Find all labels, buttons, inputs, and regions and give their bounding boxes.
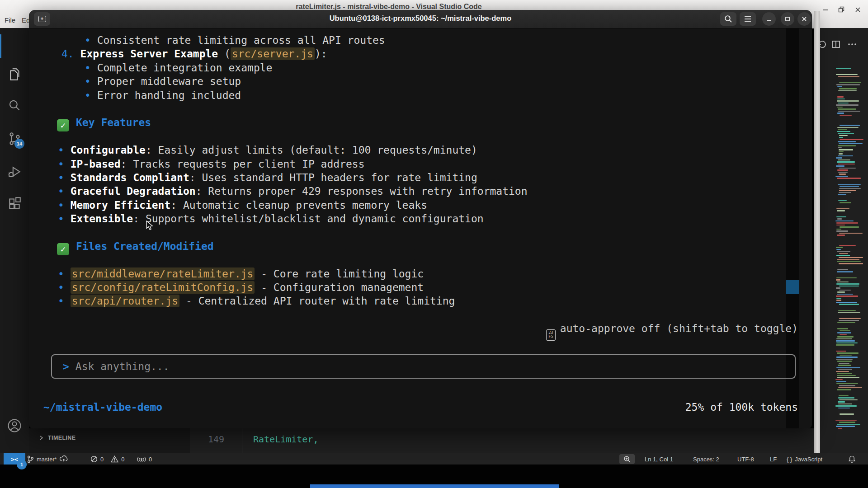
minimap-line bbox=[837, 178, 861, 179]
minimap-line bbox=[837, 424, 860, 425]
minimap-line bbox=[839, 190, 856, 191]
auto-approve-status: auto-approve off (shift+tab to toggle) bbox=[560, 323, 798, 334]
minimap-line bbox=[837, 161, 855, 163]
ask-input-placeholder: Ask anything... bbox=[75, 361, 170, 372]
minimap-line bbox=[838, 90, 857, 92]
text-segment: : Supports whitelist/blacklist and dynam… bbox=[133, 213, 483, 225]
text-segment: Graceful Degradation bbox=[71, 185, 196, 197]
menu-file[interactable]: File bbox=[5, 16, 15, 24]
minimap-line bbox=[839, 88, 857, 89]
source-control-badge: 14 bbox=[14, 139, 24, 149]
minimap-line bbox=[837, 291, 845, 293]
minimap-line bbox=[838, 310, 856, 311]
minimap-line bbox=[835, 176, 848, 177]
language-status[interactable]: { } JavaScript bbox=[787, 453, 822, 465]
ports-status[interactable]: 0 bbox=[137, 453, 152, 465]
terminal-line bbox=[54, 102, 798, 116]
file-path-chip: src/server.js bbox=[231, 47, 315, 60]
mouse-cursor bbox=[146, 221, 155, 230]
minimap-line bbox=[835, 420, 857, 421]
minimap-line bbox=[836, 255, 850, 256]
minimap-line bbox=[838, 108, 856, 110]
text-segment: Extensible bbox=[71, 213, 133, 225]
minimap-line bbox=[836, 165, 844, 167]
minimap-line bbox=[840, 413, 854, 415]
minimap-line bbox=[840, 186, 859, 187]
extensions-icon bbox=[7, 196, 22, 211]
terminal-line: • Error handling included bbox=[54, 89, 798, 102]
minimap-line bbox=[840, 115, 852, 116]
terminal-maximize-button[interactable] bbox=[781, 12, 794, 26]
minimap-line bbox=[839, 257, 863, 258]
window-close-button[interactable] bbox=[853, 5, 863, 14]
minimap-line bbox=[839, 143, 863, 145]
minimap-line bbox=[839, 290, 851, 291]
editor-more-actions-button[interactable] bbox=[846, 38, 858, 50]
minimap-line bbox=[836, 229, 841, 230]
branch-status[interactable]: master* bbox=[27, 453, 68, 465]
bullet-icon: • bbox=[85, 62, 97, 74]
minimap[interactable] bbox=[835, 68, 864, 432]
tofu-glyph-icon: 23F5 bbox=[546, 329, 556, 341]
error-count: 0 bbox=[100, 456, 104, 463]
bottom-editor-strip: TIMELINE 149 RateLimiter, bbox=[29, 428, 814, 453]
timeline-section-header[interactable]: TIMELINE bbox=[38, 435, 76, 441]
terminal-close-button[interactable] bbox=[797, 12, 811, 26]
minimap-line bbox=[836, 287, 840, 289]
account-person-icon bbox=[6, 418, 23, 434]
minimap-line bbox=[836, 208, 849, 210]
terminal-search-button[interactable] bbox=[720, 12, 736, 26]
minimap-line bbox=[839, 253, 848, 254]
minimap-line bbox=[836, 340, 854, 342]
terminal-titlebar[interactable]: + Ubuntu@0138-ict-prxmx50045: ~/mistral-… bbox=[29, 10, 812, 28]
window-restore-button[interactable] bbox=[836, 5, 846, 14]
terminal-line: • Extensible: Supports whitelist/blackli… bbox=[54, 212, 798, 225]
encoding-status[interactable]: UTF-8 bbox=[737, 453, 754, 465]
zoom-status-button[interactable] bbox=[619, 454, 635, 464]
minimap-line bbox=[837, 107, 843, 108]
warnings-icon bbox=[111, 455, 118, 463]
sidebar-item-explorer[interactable] bbox=[0, 64, 29, 84]
activity-bar: 14 ⚙ 1 bbox=[0, 28, 29, 453]
indent-guide bbox=[242, 428, 242, 453]
minimap-line bbox=[840, 226, 859, 228]
minimap-line bbox=[836, 74, 858, 75]
split-editor-button[interactable] bbox=[830, 38, 842, 50]
sidebar-item-extensions[interactable] bbox=[0, 193, 29, 213]
bullet-icon: • bbox=[58, 295, 71, 307]
terminal-minimize-button[interactable] bbox=[762, 12, 776, 26]
notifications-bell[interactable] bbox=[848, 453, 856, 465]
search-icon bbox=[7, 98, 22, 113]
chevron-right-icon bbox=[38, 435, 44, 441]
minimap-line bbox=[838, 133, 854, 134]
window-minimize-button[interactable] bbox=[820, 5, 830, 14]
minimap-line bbox=[837, 389, 851, 390]
minimap-line bbox=[840, 139, 863, 141]
account-icon[interactable] bbox=[0, 416, 29, 436]
text-segment: - Centralized API router with rate limit… bbox=[179, 295, 455, 307]
minimap-line bbox=[836, 216, 846, 218]
minimap-line bbox=[839, 399, 858, 401]
minimap-line bbox=[836, 359, 853, 360]
minimap-line bbox=[836, 283, 859, 285]
terminal-line: 23F5auto-approve off (shift+tab to toggl… bbox=[54, 322, 798, 335]
minimap-line bbox=[836, 371, 849, 372]
sidebar-item-run-debug[interactable] bbox=[0, 162, 29, 182]
minimap-line bbox=[839, 233, 863, 234]
minimap-line bbox=[839, 82, 861, 84]
minimap-line bbox=[838, 103, 848, 104]
sidebar-item-search[interactable] bbox=[0, 96, 29, 116]
minimap-line bbox=[836, 367, 861, 368]
minimap-line bbox=[837, 336, 854, 338]
bullet-icon: • bbox=[58, 213, 71, 225]
problems-status[interactable]: 0 0 bbox=[90, 453, 124, 465]
terminal-menu-button[interactable] bbox=[740, 12, 756, 26]
terminal-line: 4. Express Server Example (src/server.js… bbox=[54, 47, 798, 61]
status-bar: >< master* 0 0 0 bbox=[0, 453, 868, 465]
eol-status[interactable]: LF bbox=[770, 453, 777, 465]
cursor-position-status[interactable]: Ln 1, Col 1 bbox=[645, 453, 673, 465]
ask-input[interactable]: > Ask anything... bbox=[51, 354, 796, 379]
indentation-status[interactable]: Spaces: 2 bbox=[693, 453, 719, 465]
file-path-chip: src/api/router.js bbox=[71, 295, 179, 307]
minimap-line bbox=[838, 397, 854, 399]
